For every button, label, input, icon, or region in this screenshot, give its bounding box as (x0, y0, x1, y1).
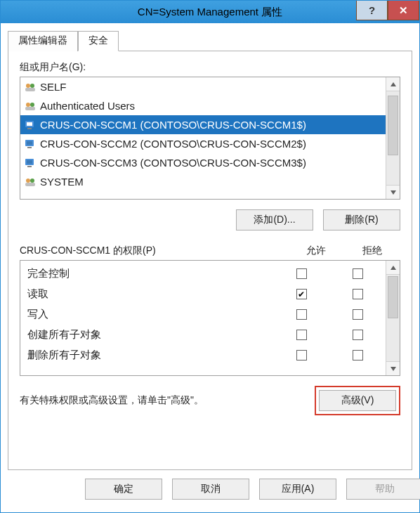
svg-rect-8 (27, 128, 32, 129)
list-item-label: SELF (40, 81, 67, 93)
deny-header: 拒绝 (344, 245, 400, 257)
deny-checkbox[interactable] (353, 350, 363, 361)
help-button-icon[interactable]: ? (356, 1, 388, 20)
list-item-label: CRUS-CON-SCCM1 (CONTOSO\CRUS-CON-SCCM1$) (40, 119, 306, 131)
list-item-label: CRUS-CON-SCCM3 (CONTOSO\CRUS-CON-SCCM3$) (40, 157, 306, 169)
list-item[interactable]: SYSTEM (20, 172, 386, 191)
deny-checkbox[interactable] (353, 289, 363, 299)
allow-checkbox[interactable] (296, 268, 307, 279)
svg-rect-2 (25, 88, 35, 91)
ok-button[interactable]: 确定 (85, 479, 162, 500)
tab-security[interactable]: 安全 (78, 31, 119, 51)
svg-rect-17 (25, 183, 35, 186)
content-area: 属性编辑器 安全 组或用户名(G): SELFAuthenticated Use… (1, 23, 419, 512)
tab-strip: 属性编辑器 安全 (8, 30, 412, 51)
allow-checkbox[interactable] (296, 330, 307, 340)
computer-icon (23, 157, 37, 169)
allow-checkbox[interactable] (296, 289, 307, 299)
svg-point-16 (30, 178, 34, 183)
permission-row: 读取 (20, 284, 386, 304)
properties-dialog: CN=System Management 属性 ? ✕ 属性编辑器 安全 组或用… (0, 0, 420, 513)
add-button[interactable]: 添加(D)... (236, 209, 313, 230)
computer-icon (23, 119, 37, 131)
deny-cell (329, 330, 386, 340)
scroll-thumb[interactable] (388, 276, 398, 318)
list-item-label: SYSTEM (40, 176, 84, 188)
deny-cell (329, 350, 386, 361)
close-button[interactable]: ✕ (388, 1, 419, 20)
allow-cell (273, 268, 329, 279)
svg-rect-13 (27, 160, 32, 164)
permissions-scrollbar[interactable] (386, 261, 400, 375)
list-item[interactable]: SELF (20, 77, 386, 96)
permissions-label: CRUS-CON-SCCM1 的权限(P) (20, 245, 288, 257)
scroll-down-icon[interactable] (386, 361, 400, 375)
scroll-track[interactable] (386, 275, 400, 361)
list-item-label: Authenticated Users (40, 100, 135, 112)
dialog-buttons: 确定 取消 应用(A) 帮助 (78, 470, 412, 508)
allow-cell (273, 330, 329, 340)
svg-marker-19 (391, 190, 396, 195)
deny-checkbox[interactable] (353, 268, 363, 279)
allow-checkbox[interactable] (296, 350, 307, 361)
computer-icon (23, 138, 37, 150)
remove-button[interactable]: 删除(R) (323, 209, 400, 230)
permission-row: 创建所有子对象 (20, 325, 386, 345)
permission-name: 完全控制 (27, 267, 273, 280)
groups-label: 组或用户名(G): (20, 61, 400, 74)
svg-marker-21 (391, 367, 396, 371)
deny-checkbox[interactable] (353, 330, 363, 340)
advanced-highlight: 高级(V) (315, 386, 400, 415)
scroll-down-icon[interactable] (386, 185, 400, 199)
help-button[interactable]: 帮助 (346, 479, 420, 500)
svg-point-1 (30, 84, 34, 88)
cancel-button[interactable]: 取消 (172, 479, 249, 500)
security-panel: 组或用户名(G): SELFAuthenticated UsersCRUS-CO… (8, 51, 412, 470)
scroll-up-icon[interactable] (386, 77, 400, 91)
scroll-thumb[interactable] (388, 96, 398, 155)
group-icon (23, 100, 37, 112)
allow-cell (273, 350, 329, 361)
svg-rect-10 (27, 141, 32, 145)
permission-name: 读取 (27, 287, 273, 301)
list-item-label: CRUS-CON-SCCM2 (CONTOSO\CRUS-CON-SCCM2$) (40, 138, 306, 150)
permissions-listbox[interactable]: 完全控制读取写入创建所有子对象删除所有子对象 (20, 260, 400, 376)
deny-cell (329, 289, 386, 299)
svg-point-4 (30, 103, 34, 107)
advanced-row: 有关特殊权限或高级设置，请单击"高级"。 高级(V) (20, 386, 400, 415)
groups-list-inner: SELFAuthenticated UsersCRUS-CON-SCCM1 (C… (20, 77, 386, 199)
scroll-up-icon[interactable] (386, 261, 400, 275)
list-item[interactable]: CRUS-CON-SCCM3 (CONTOSO\CRUS-CON-SCCM3$) (20, 153, 386, 172)
groups-buttons: 添加(D)... 删除(R) (20, 209, 400, 230)
permission-row: 完全控制 (20, 264, 386, 284)
permission-name: 创建所有子对象 (27, 328, 273, 342)
advanced-button[interactable]: 高级(V) (319, 390, 396, 411)
groups-listbox[interactable]: SELFAuthenticated UsersCRUS-CON-SCCM1 (C… (20, 77, 400, 200)
allow-header: 允许 (288, 245, 344, 257)
svg-marker-20 (391, 266, 396, 270)
groups-scrollbar[interactable] (386, 77, 400, 199)
window-controls: ? ✕ (356, 1, 419, 23)
scroll-track[interactable] (386, 91, 400, 185)
permission-row: 删除所有子对象 (20, 345, 386, 365)
svg-point-3 (26, 103, 30, 107)
permission-name: 删除所有子对象 (27, 349, 273, 362)
deny-checkbox[interactable] (353, 309, 363, 320)
advanced-text: 有关特殊权限或高级设置，请单击"高级"。 (20, 394, 315, 407)
allow-checkbox[interactable] (296, 309, 307, 320)
deny-cell (329, 268, 386, 279)
svg-point-0 (26, 84, 30, 88)
apply-button[interactable]: 应用(A) (259, 479, 336, 500)
svg-rect-7 (27, 122, 32, 126)
permissions-list-inner: 完全控制读取写入创建所有子对象删除所有子对象 (20, 261, 386, 375)
list-item[interactable]: CRUS-CON-SCCM2 (CONTOSO\CRUS-CON-SCCM2$) (20, 134, 386, 153)
tab-attribute-editor[interactable]: 属性编辑器 (8, 31, 78, 51)
svg-point-15 (26, 178, 30, 183)
titlebar[interactable]: CN=System Management 属性 ? ✕ (1, 1, 419, 23)
permissions-header: CRUS-CON-SCCM1 的权限(P) 允许 拒绝 (20, 245, 400, 257)
svg-rect-14 (27, 166, 32, 167)
list-item[interactable]: CRUS-CON-SCCM1 (CONTOSO\CRUS-CON-SCCM1$) (20, 115, 386, 134)
group-icon (23, 176, 37, 188)
list-item[interactable]: Authenticated Users (20, 96, 386, 115)
group-icon (23, 81, 37, 93)
